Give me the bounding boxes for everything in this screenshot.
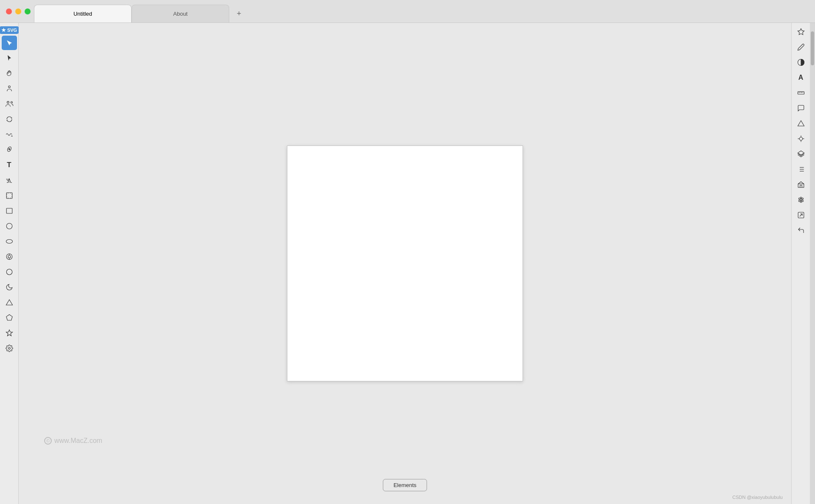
pen-tool[interactable]: [2, 143, 17, 157]
circle-tool[interactable]: [2, 219, 17, 233]
font-icon: A: [798, 74, 804, 81]
svg-rect-7: [6, 208, 12, 213]
svg-point-46: [800, 201, 802, 203]
watermark-text: www.MacZ.com: [54, 437, 102, 445]
svg-marker-16: [6, 330, 12, 336]
watermark: © www.MacZ.com: [44, 437, 102, 445]
delta-tool[interactable]: [793, 116, 809, 131]
hand-tool[interactable]: [2, 66, 17, 81]
svg-marker-18: [798, 29, 804, 35]
canvas-paper[interactable]: [287, 146, 523, 381]
list-tool[interactable]: [793, 162, 809, 176]
svg-point-11: [8, 255, 11, 258]
svg-point-17: [8, 347, 10, 350]
svg-point-26: [799, 137, 803, 140]
window-controls: [6, 8, 31, 14]
select-tool[interactable]: [2, 36, 17, 50]
building-tool[interactable]: [793, 177, 809, 192]
svg-point-44: [801, 198, 803, 200]
main-area: ★ SVG T Ψ: [0, 23, 815, 504]
svg-marker-15: [6, 315, 12, 321]
svg-star-icon: ★: [1, 27, 6, 33]
comment-tool[interactable]: [793, 101, 809, 115]
text-tool[interactable]: T: [2, 158, 17, 172]
svg-point-43: [800, 197, 802, 199]
people-tool[interactable]: [2, 97, 17, 111]
text-icon: T: [7, 161, 11, 169]
layers-tool[interactable]: [793, 147, 809, 161]
minimize-button[interactable]: [15, 8, 21, 14]
titlebar: Untitled About +: [0, 0, 815, 23]
export-tool[interactable]: [793, 208, 809, 222]
font-tool[interactable]: A: [793, 70, 809, 85]
pencil-tool[interactable]: [793, 40, 809, 54]
expand-tool[interactable]: [2, 188, 17, 203]
svg-rect-38: [798, 184, 804, 188]
svg-point-1: [7, 101, 9, 104]
style-tool[interactable]: [793, 25, 809, 39]
left-toolbar: ★ SVG T Ψ: [0, 23, 19, 504]
moon-tool[interactable]: [2, 280, 17, 294]
svg-point-4: [8, 148, 10, 150]
svg-point-0: [8, 86, 10, 88]
add-tab-button[interactable]: +: [233, 7, 245, 20]
target-tool[interactable]: [2, 249, 17, 264]
svg-badge[interactable]: ★ SVG: [0, 26, 19, 34]
svg-marker-25: [798, 120, 804, 126]
svg-rect-6: [6, 193, 12, 199]
pentagon-tool[interactable]: [2, 311, 17, 325]
svg-label: SVG: [7, 28, 17, 33]
scrollbar[interactable]: [810, 23, 815, 504]
right-toolbar: A: [791, 23, 810, 504]
ruler-tool[interactable]: [793, 86, 809, 100]
undo-tool[interactable]: [793, 223, 809, 238]
ellipse-tool[interactable]: [2, 234, 17, 249]
maximize-button[interactable]: [25, 8, 31, 14]
rectangle-tool[interactable]: [2, 204, 17, 218]
crosshair-tool[interactable]: [793, 132, 809, 146]
crescent-tool[interactable]: [2, 265, 17, 279]
svg-point-48: [798, 198, 800, 200]
gear-tool[interactable]: [2, 341, 17, 356]
copyright-icon: ©: [44, 437, 52, 445]
triangle-tool[interactable]: [2, 295, 17, 310]
canvas-area: © www.MacZ.com Elements CSDN @xiaoyubulu…: [19, 23, 791, 504]
attribution-text: CSDN @xiaoyubulubulu: [732, 495, 783, 500]
tab-untitled[interactable]: Untitled: [34, 5, 132, 22]
svg-marker-14: [6, 300, 12, 305]
star-tool[interactable]: [2, 326, 17, 340]
svg-point-47: [798, 200, 800, 202]
person-tool[interactable]: [2, 81, 17, 96]
svg-point-8: [6, 223, 12, 229]
svg-rect-20: [798, 92, 804, 94]
svg-line-50: [800, 214, 802, 216]
flower-tool[interactable]: [793, 193, 809, 207]
loop-tool[interactable]: [2, 112, 17, 126]
close-button[interactable]: [6, 8, 12, 14]
svg-point-45: [801, 200, 803, 202]
scrollbar-thumb[interactable]: [811, 31, 814, 65]
text-format-tool[interactable]: Ψ: [2, 173, 17, 188]
svg-point-9: [6, 240, 12, 244]
pointer-tool[interactable]: [2, 51, 17, 65]
svg-point-2: [11, 101, 12, 103]
wave-tool[interactable]: [2, 127, 17, 142]
contrast-tool[interactable]: [793, 55, 809, 70]
elements-button[interactable]: Elements: [383, 479, 427, 491]
tab-about[interactable]: About: [132, 5, 229, 22]
